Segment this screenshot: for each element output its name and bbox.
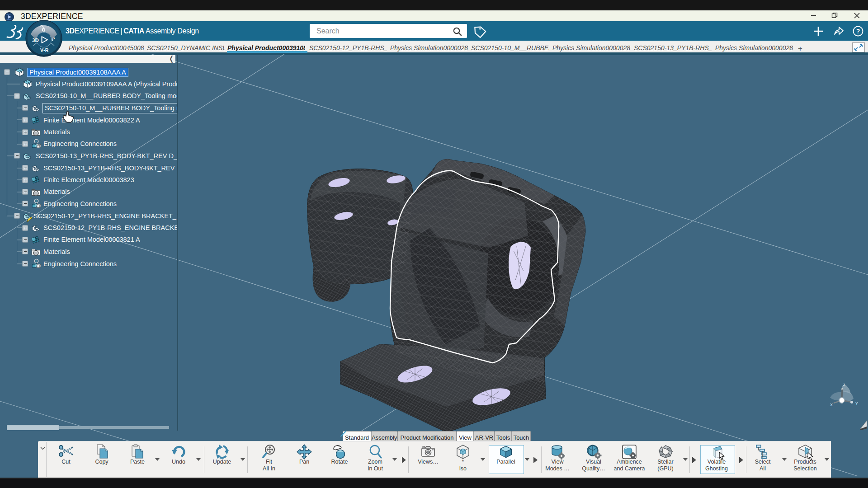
svg-text:V•R: V•R: [40, 47, 49, 53]
svg-text:?: ?: [856, 28, 860, 35]
svg-text:z: z: [843, 382, 845, 387]
svg-text:X: X: [830, 403, 833, 407]
svg-text:Y: Y: [855, 401, 858, 406]
svg-text:3D: 3D: [32, 38, 39, 43]
